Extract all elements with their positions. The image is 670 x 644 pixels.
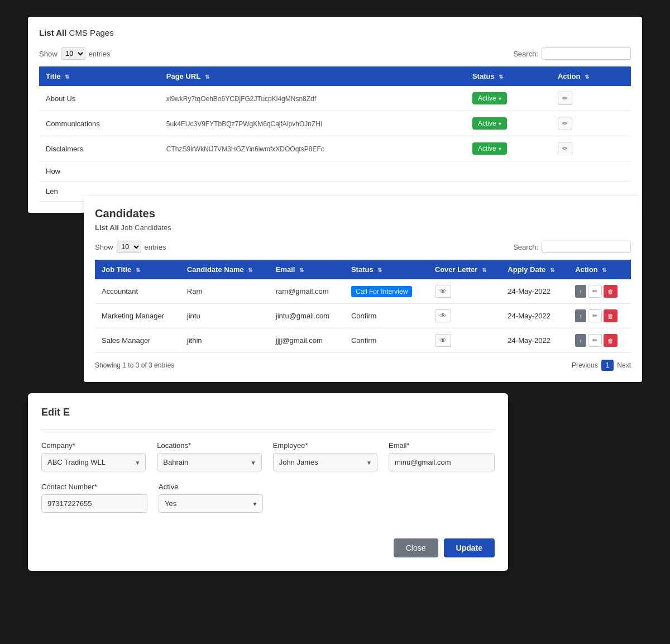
sort-icon: ⇅ [482,267,486,273]
candidates-search-input[interactable] [542,241,631,253]
cms-row-url: CThzS9lrWkNlJ7VM3HGZYin6iwmfxXDOOqtsP8EF… [160,136,466,161]
contact-input[interactable] [41,494,147,513]
candidates-entries-select[interactable]: 10 25 50 [117,241,141,253]
table-row: Disclaimers CThzS9lrWkNlJ7VM3HGZYin6iwmf… [39,136,631,161]
action-group: ↑ ✏ 🗑 [575,309,624,322]
upload-button[interactable]: ↑ [575,285,586,298]
cms-search-input[interactable] [542,47,631,60]
status-badge-active[interactable]: Active ▾ [472,142,507,155]
form-row-1: Company* ABC Trading WLL Locations* Bahr… [41,441,495,471]
cms-show-entries: Show 10 25 50 entries [39,47,111,60]
email-cell: jjjj@gmail.com [269,328,344,353]
status-badge-active[interactable]: Active ▾ [472,92,507,104]
email-input[interactable] [389,453,495,471]
location-select-wrapper: Bahrain [157,453,261,471]
cms-row-title: Communications [39,111,160,136]
spacer-group [274,483,379,513]
col-candidate-name: Candidate Name ⇅ [180,260,269,279]
modal-divider [41,430,495,430]
employee-label: Employee* [273,441,377,450]
candidate-name-cell: Ram [180,279,269,304]
company-group: Company* ABC Trading WLL [41,441,146,471]
edit-button[interactable]: ✏ [588,309,602,322]
spacer-group-2 [390,483,495,513]
cover-letter-cell: 👁 [428,328,501,353]
col-email: Email ⇅ [269,260,344,279]
next-button[interactable]: Next [617,361,631,369]
employee-group: Employee* John James [273,441,377,471]
col-apply-date: Apply Date ⇅ [501,260,568,279]
status-cell: Confirm [344,304,428,328]
cms-row-status: Active ▾ [466,136,551,161]
cms-entries-select[interactable]: 10 25 50 [61,47,85,60]
show-label: Show [95,243,113,251]
sort-icon: ⇅ [299,267,304,273]
edit-button[interactable]: ✏ [588,334,602,347]
chevron-icon: ▾ [499,96,501,102]
job-title-cell: Accountant [95,279,180,304]
employee-select-wrapper: John James [273,453,377,471]
view-cover-letter-button[interactable]: 👁 [435,309,451,322]
active-label: Active [159,483,263,491]
cms-search-box: Search: [513,47,631,60]
chevron-icon: ▾ [499,121,501,127]
table-row: About Us xl9wkRy7tqOehBo6YCDjFG2JTucpKl4… [39,86,631,111]
prev-button[interactable]: Previous [572,361,598,369]
cms-panel-title: List All CMS Pages [39,28,631,37]
active-group: Active Yes No [159,483,263,513]
candidate-name-cell: jintu [180,304,269,328]
close-button[interactable]: Close [394,538,438,557]
location-select[interactable]: Bahrain [157,453,261,471]
status-call-badge: Call For Interview [351,286,412,297]
contact-label: Contact Number* [41,483,147,491]
edit-modal: Edit E Company* ABC Trading WLL Location… [28,393,508,571]
candidates-table-controls: Show 10 25 50 entries Search: [95,241,631,253]
sort-icon: ⇅ [248,267,252,273]
company-label: Company* [41,441,146,450]
upload-button[interactable]: ↑ [575,334,586,347]
employee-select[interactable]: John James [273,453,377,471]
table-row: Accountant Ram ram@gmail.com Call For In… [95,279,631,304]
cms-row-status: Active ▾ [466,86,551,111]
cms-row-status [466,161,551,182]
action-group: ↑ ✏ 🗑 [575,334,624,347]
col-title: Title ⇅ [39,66,160,86]
upload-button[interactable]: ↑ [575,309,586,322]
status-badge-active[interactable]: Active ▾ [472,117,507,130]
sort-icon-url: ⇅ [205,74,209,80]
edit-button[interactable]: ✏ [558,92,572,105]
col-page-url: Page URL ⇅ [160,66,466,86]
sort-icon: ⇅ [550,267,554,273]
delete-button[interactable]: 🗑 [604,309,618,322]
edit-button[interactable]: ✏ [558,142,572,155]
edit-button[interactable]: ✏ [588,285,602,298]
table-row: Sales Manager jithin jjjj@gmail.com Conf… [95,328,631,353]
edit-button[interactable]: ✏ [558,117,572,130]
search-label: Search: [513,243,538,251]
email-group: Email* [389,441,495,471]
view-cover-letter-button[interactable]: 👁 [435,334,451,347]
email-cell: jintu@gmail.com [269,304,344,328]
action-group: ↑ ✏ 🗑 [575,285,624,298]
sort-icon-action: ⇅ [585,74,589,80]
update-button[interactable]: Update [444,538,495,557]
page-number[interactable]: 1 [601,360,614,371]
delete-button[interactable]: 🗑 [604,285,618,298]
view-cover-letter-button[interactable]: 👁 [435,285,451,298]
col-status: Status ⇅ [466,66,551,86]
email-label: Email* [389,441,495,450]
candidates-panel: Candidates List All Job Candidates Show … [84,196,642,382]
action-cell: ↑ ✏ 🗑 [568,279,631,304]
cms-row-url: 5uk4EUc3V9FYTbBQz7PWgKM6qCajfAipvhOJnZHl [160,111,466,136]
action-cell: ↑ ✏ 🗑 [568,328,631,353]
entries-label: entries [145,243,166,251]
company-select[interactable]: ABC Trading WLL [41,453,146,471]
sort-icon: ⇅ [377,267,382,273]
table-row: How [39,161,631,182]
delete-button[interactable]: 🗑 [604,334,618,347]
sort-icon-status: ⇅ [499,74,503,80]
active-select[interactable]: Yes No [159,494,263,513]
apply-date-cell: 24-May-2022 [501,304,568,328]
modal-title: Edit E [41,407,495,418]
job-title-cell: Marketing Manager [95,304,180,328]
